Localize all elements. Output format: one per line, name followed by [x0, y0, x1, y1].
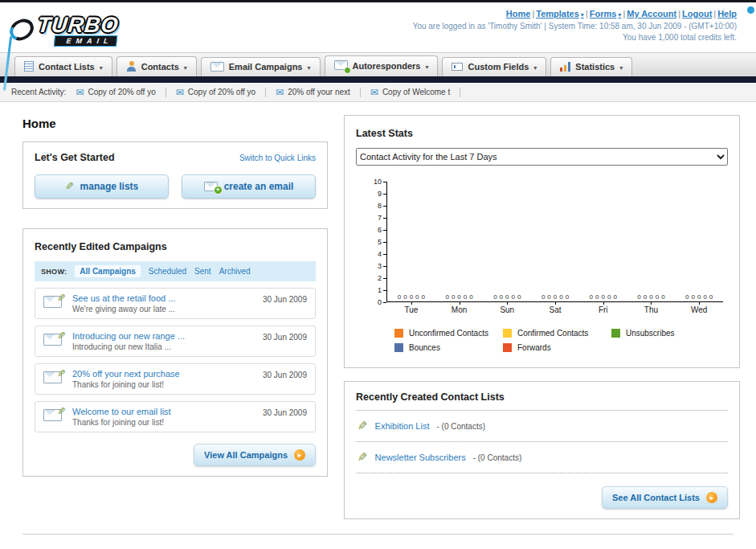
see-all-contact-lists-button[interactable]: See All Contact Lists [602, 486, 728, 509]
campaign-date: 30 Jun 2009 [263, 408, 307, 417]
top-link-logout[interactable]: Logout [676, 9, 712, 18]
logo-text: TURBO EMAIL [35, 13, 120, 47]
footer-divider [22, 534, 734, 549]
switch-to-quick-links[interactable]: Switch to Quick Links [239, 154, 316, 162]
filter-archived[interactable]: Archived [219, 267, 251, 276]
latest-stats-panel: Latest Stats Contact Activity for the La… [344, 115, 740, 368]
chevron-down-icon [533, 62, 537, 72]
top-link-templates[interactable]: Templates [530, 9, 583, 18]
left-column: Home Let's Get Started Switch to Quick L… [22, 115, 328, 519]
session-info: You are logged in as 'Timothy Smith' | S… [413, 22, 737, 31]
campaign-date: 30 Jun 2009 [263, 333, 307, 342]
recent-activity-item[interactable]: Copy of 20% off yo [76, 88, 166, 97]
campaign-title-link[interactable]: Introducing our new range ... [72, 331, 255, 341]
campaign-date: 30 Jun 2009 [263, 371, 307, 379]
get-started-panel: Let's Get Started Switch to Quick Links … [22, 141, 328, 209]
main-nav: Contact Lists Contacts Email Campaigns A… [0, 52, 756, 76]
campaign-title-link[interactable]: See us at the retail food ... [72, 293, 255, 303]
filter-scheduled[interactable]: Scheduled [149, 267, 186, 276]
envelope-plus-icon [204, 182, 218, 191]
tab-statistics[interactable]: Statistics [550, 57, 632, 76]
filter-sent[interactable]: Sent [194, 267, 211, 276]
recent-activity-bar: Recent Activity: Copy of 20% off yo Copy… [0, 83, 756, 102]
main-content: Home Let's Get Started Switch to Quick L… [0, 102, 756, 519]
tab-contacts[interactable]: Contacts [116, 56, 197, 76]
top-link-help[interactable]: Help [712, 9, 737, 18]
legend-item: Forwards [503, 343, 611, 352]
tab-email-campaigns[interactable]: Email Campaigns [201, 57, 321, 76]
chart-legend: Unconfirmed ContactsConfirmed ContactsUn… [367, 329, 723, 358]
legend-item: Unconfirmed Contacts [394, 329, 503, 338]
header: TURBO EMAIL HomeTemplatesFormsMy Account… [0, 2, 756, 52]
campaign-date: 30 Jun 2009 [263, 295, 307, 304]
envelope-icon [76, 88, 84, 97]
chevron-down-icon [619, 62, 623, 72]
campaign-subtitle: Introducing our new Italia ... [72, 342, 255, 351]
campaign-subtitle: Thanks for joining our list! [72, 380, 255, 389]
top-link-home[interactable]: Home [506, 9, 531, 18]
tab-contact-lists[interactable]: Contact Lists [14, 56, 112, 76]
recent-activity-label: Recent Activity: [11, 88, 66, 96]
credits-info: You have 1,000 total credits left. [413, 33, 737, 42]
app-logo: TURBO EMAIL [4, 7, 121, 52]
chevron-down-icon [307, 62, 310, 72]
campaign-subtitle: We're giving away our late ... [72, 305, 255, 313]
chart-y-axis: 109876543210 [367, 182, 386, 302]
filter-all-campaigns[interactable]: All Campaigns [75, 265, 140, 277]
chart-groups: 00000000000000000000000000000000000 [386, 182, 723, 302]
recent-campaigns-title: Recently Edited Campaigns [35, 241, 167, 252]
create-email-button[interactable]: create an email [182, 174, 316, 199]
envelope-pencil-icon [43, 296, 64, 311]
page-title: Home [22, 117, 328, 130]
contact-list-row: Exhibition List - (0 Contacts) [356, 411, 728, 442]
view-all-campaigns-button[interactable]: View All Campaigns [194, 444, 316, 466]
manage-lists-button[interactable]: manage lists [35, 174, 169, 199]
legend-item: Bounces [394, 343, 503, 352]
recent-campaigns-panel: Recently Edited Campaigns SHOW: All Camp… [22, 228, 328, 477]
campaign-row: See us at the retail food ... We're givi… [35, 288, 316, 319]
envelope-icon [176, 88, 184, 97]
email-campaigns-icon [210, 62, 224, 72]
tab-custom-fields[interactable]: Custom Fields [442, 57, 546, 76]
legend-item: Confirmed Contacts [503, 329, 611, 338]
nav-accent-bar [0, 76, 756, 83]
contact-list-detail: - (0 Contacts) [473, 453, 522, 462]
contact-list-link[interactable]: Newsletter Subscribers [375, 453, 466, 462]
contact-list-detail: - (0 Contacts) [436, 422, 485, 431]
latest-stats-title: Latest Stats [356, 128, 413, 139]
logo-title: TURBO [36, 13, 120, 38]
recent-activity-item[interactable]: Copy of 20% off yo [176, 88, 266, 97]
campaign-title-link[interactable]: Welcome to our email list [72, 407, 255, 416]
tab-autoresponders[interactable]: Autoresponders [325, 55, 439, 76]
recent-activity-item[interactable]: Copy of Welcome t [370, 88, 460, 97]
campaign-row: 20% off your next purchase Thanks for jo… [35, 363, 316, 395]
custom-fields-icon [452, 63, 463, 71]
corner-dot-icon [747, 6, 754, 14]
autoresponders-icon [334, 60, 348, 72]
contact-lists-icon [24, 61, 34, 72]
pencil-icon [358, 450, 368, 465]
contact-list-row: Newsletter Subscribers - (0 Contacts) [356, 442, 728, 473]
campaign-title-link[interactable]: 20% off your next purchase [72, 369, 255, 379]
campaign-subtitle: Thanks for joining our list! [72, 418, 255, 427]
envelope-pencil-icon [43, 371, 64, 387]
campaign-row: Welcome to our email list Thanks for joi… [35, 401, 316, 432]
top-link-forms[interactable]: Forms [584, 9, 622, 18]
stats-period-select[interactable]: Contact Activity for the Last 7 Days [356, 148, 728, 166]
get-started-title: Let's Get Started [35, 152, 115, 163]
recent-contact-lists-title: Recently Created Contact Lists [356, 391, 728, 411]
pencil-icon [65, 181, 74, 192]
chevron-down-icon [184, 62, 187, 72]
pencil-icon [358, 419, 368, 433]
right-column: Latest Stats Contact Activity for the La… [344, 115, 740, 519]
campaign-filter-bar: SHOW: All Campaigns Scheduled Sent Archi… [35, 261, 316, 281]
recent-activity-item[interactable]: 20% off your next [276, 88, 361, 97]
contacts-icon [126, 61, 137, 72]
chevron-down-icon [100, 62, 103, 72]
show-label: SHOW: [41, 268, 67, 276]
contact-list-link[interactable]: Exhibition List [375, 421, 430, 431]
top-link-my-account[interactable]: My Account [621, 9, 676, 18]
legend-item: Unsubscribes [611, 329, 720, 338]
app-window: TURBO EMAIL HomeTemplatesFormsMy Account… [0, 0, 756, 549]
envelope-pencil-icon [43, 409, 64, 424]
